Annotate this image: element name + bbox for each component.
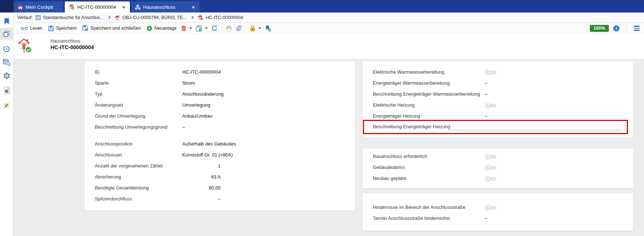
chevron-right-icon [190,16,194,19]
page-header: Hausanschluss HC-ITC-00000004 [14,34,644,59]
document-chart-icon [3,86,10,94]
toggle-off-icon [485,205,490,210]
toggle-off-icon [485,154,490,159]
group-spacer [85,133,355,139]
tab-hc-itc-00000004[interactable]: HC-ITC-00000004 [65,1,130,12]
delete-dropdown-caret[interactable] [189,27,192,29]
beschreibung-energietraeger-heizung-input[interactable] [449,130,622,130]
bookmark-plus-icon [265,25,271,32]
field-row-beschreibung-umverlegungsgrund: Beschreibung Umverlegungsgrund – [85,122,355,133]
panel-energie: Elektrische Warmwasserbereitung Energiet… [362,61,633,138]
tab-label: HC-ITC-00000004 [77,4,116,10]
toolbar-separator [246,26,246,31]
sidebar-item-windows[interactable] [0,28,13,40]
field-row-beschreibung-energietraeger-warmwasserbereitung: Beschreibung Energieträger Warmwasserber… [363,89,633,100]
print-button[interactable] [224,23,234,33]
field-row-elektrische-heizung: Elektrische Heizung [363,100,633,111]
menu-icon[interactable] [633,25,640,31]
lock-icon [250,25,255,32]
history-icon [3,45,10,53]
save-close-icon [82,25,88,31]
field-value: – [485,78,487,89]
breadcrumb-item-obj[interactable]: OBJ-CU-0000794, BÜRO, TE... [114,15,187,20]
table-search-icon [3,58,11,66]
field-row-anschlussart: Anschlussart Kunststoff Gr. 01 (<80A) [85,150,355,161]
record-type-label: Hausanschluss [50,38,80,44]
toggle-off-icon [485,103,490,108]
info-icon[interactable] [613,25,619,32]
copy-record-button[interactable] [194,23,210,33]
sidebar-item-bookmarks[interactable] [0,15,13,27]
paperclip-icon [236,25,242,31]
read-button[interactable]: Lesen [18,23,45,33]
field-row-bauanschluss-erforderlich: Bauanschluss erforderlich [363,151,633,162]
tab-mein-cockpit[interactable]: Mein Cockpit [14,1,63,12]
house-icon [114,15,120,20]
field-row-energietraeger-warmwasserbereitung: Energieträger Warmwasserbereitung – [363,78,633,89]
field-value: Außerhalb des Gebäudes [182,139,236,150]
field-value: 80,00 [182,182,221,193]
toolbar: Lesen Speichern Speichern und schließen … [14,23,644,34]
zoom-level-badge[interactable]: 100% [590,25,609,32]
field-value: 63 A [182,172,221,182]
sidebar-item-reports[interactable] [0,84,13,96]
toggle-elektrische-warmwasserbereitung[interactable] [485,70,497,75]
toggle-off-icon [485,165,490,170]
stacked-windows-icon [3,30,10,37]
field-value: Anschlussänderung [182,89,224,100]
toggle-elektrische-heizung[interactable] [485,103,497,108]
printer-icon [226,26,232,31]
top-tab-bar: Mein Cockpit HC-ITC-00000004 Hausanschlu… [0,0,644,12]
refresh-button[interactable] [210,23,219,33]
field-row-termin-anschlussstrasse: Termin Anschlussstraße hindernisfrei – [363,213,633,224]
lock-button[interactable] [248,23,263,33]
panel-anschlussstrasse: Hindernisse im Bereich der Anschlussstra… [362,193,633,231]
save-button[interactable]: Speichern [45,23,79,33]
panel-bau: Bauanschluss erforderlich Gebäudeabriss … [362,148,633,188]
toggle-gebaeudeabriss[interactable] [485,165,497,170]
sidebar-item-history[interactable] [0,43,13,55]
home-icon [18,4,23,10]
toggle-hindernisse-anschlussstrasse[interactable] [485,205,497,210]
field-row-typ: Typ Anschlussänderung [85,89,355,100]
highlight-box: Beschreibung Energieträger Heizung [363,120,628,134]
field-row-spitzendurchfluss: Spitzendurchfluss – [85,193,355,204]
content-area: ID HC-ITC-00000004 Sparte Strom Typ Ansc… [14,59,644,236]
glasses-icon [21,26,28,30]
save-and-close-button[interactable]: Speichern und schließen [79,23,144,33]
house-check-icon [68,4,75,10]
breadcrumb-item-standardsuche[interactable]: Standardsuche für Anschlus... [35,15,104,20]
bookmark-add-button[interactable] [263,23,273,33]
toggle-neubau-geplant[interactable] [485,176,497,181]
attachment-button[interactable] [234,23,243,33]
gear-play-icon [3,72,11,80]
close-icon[interactable] [121,4,126,10]
delete-button[interactable] [179,23,194,33]
sidebar [0,12,14,236]
bookmark-icon [4,18,10,25]
toggle-off-icon [485,176,490,181]
toolbar-separator [221,26,222,31]
copy-dropdown-caret[interactable] [205,27,208,29]
grid-icon [35,15,41,20]
chevron-right-icon [107,16,111,19]
field-row-anzahl-zaehler: Anzahl der vorgesehenen Zähler 1 [85,161,355,172]
lock-dropdown-caret[interactable] [258,27,261,29]
sidebar-item-tools[interactable] [0,100,13,111]
breadcrumb-item-hc-itc[interactable]: HC-ITC-00000004 [197,15,243,21]
new-record-button[interactable]: Neuanlage [144,23,179,33]
copy-plus-icon [196,25,202,32]
field-row-hindernisse-anschlussstrasse: Hindernisse im Bereich der Anschlussstra… [363,202,633,213]
toggle-bauanschluss-erforderlich[interactable] [485,154,497,159]
tab-hausanschluss[interactable]: Hausanschluss [131,1,199,12]
field-row-sparte: Sparte Strom [85,78,355,89]
field-value: – [182,193,221,204]
field-row-gebaeudeabriss: Gebäudeabriss [363,162,633,173]
field-value: – [485,89,487,100]
close-icon[interactable] [191,4,196,10]
field-row-elektrische-warmwasserbereitung: Elektrische Warmwasserbereitung [363,67,633,78]
sidebar-item-search[interactable] [0,56,13,68]
sidebar-item-processes[interactable] [0,70,13,81]
page-title: HC-ITC-00000004 [50,44,94,50]
toolbar-right-cluster: 100% [590,25,640,32]
